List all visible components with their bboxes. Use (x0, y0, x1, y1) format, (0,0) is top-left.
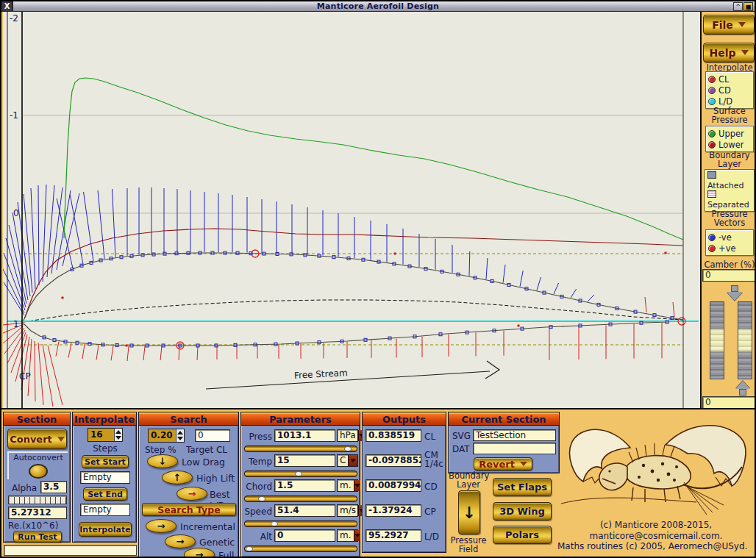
start-section-field[interactable]: Empty (80, 471, 130, 484)
file-menu-button[interactable]: File (703, 15, 755, 35)
search-type-header: Search Type (142, 503, 236, 516)
set-start-label: Set Start (85, 457, 126, 467)
positive-label: +ve (718, 243, 736, 254)
steps-spinner-arrows[interactable] (114, 429, 122, 441)
up-arrow-icon: ↑ (174, 472, 182, 483)
thickness-increase-arrow-icon[interactable] (735, 381, 750, 396)
legend-item-attached[interactable]: Attached (707, 171, 752, 190)
legend-item-positive[interactable]: +ve (708, 243, 751, 254)
dat-name-input[interactable] (473, 443, 556, 454)
incremental-button[interactable]: → (146, 519, 176, 533)
wing-3d-button[interactable]: 3D Wing (493, 502, 552, 521)
thickness-input[interactable]: 0 (702, 396, 755, 409)
chord-slider-thumb[interactable] (258, 496, 265, 501)
polars-button[interactable]: Polars (493, 526, 552, 544)
run-test-button[interactable]: Run Test (13, 531, 62, 543)
best-ld-button[interactable]: → (176, 487, 207, 501)
convert-label: Convert (10, 434, 52, 445)
alt-input[interactable]: 0 (274, 529, 335, 542)
legend-item-cd[interactable]: CD (708, 85, 751, 96)
revert-dropdown[interactable]: Revert (474, 457, 532, 471)
upper-marker-icon (708, 130, 716, 137)
file-menu-label: File (712, 19, 733, 31)
full-button[interactable]: → (184, 548, 215, 558)
incremental-label: Incremental (180, 521, 235, 532)
alpha-label: Alpha (12, 483, 37, 493)
set-flaps-button[interactable]: Set Flaps (493, 478, 552, 496)
legend-item-lower[interactable]: Lower (708, 139, 751, 150)
alpha-slider[interactable] (8, 496, 67, 504)
step-percent-spinner[interactable]: 0.20 (148, 429, 185, 443)
alt-slider[interactable] (244, 546, 357, 552)
target-cl-input[interactable]: 0 (195, 429, 230, 442)
temp-slider[interactable] (244, 471, 357, 477)
polars-label: Polars (505, 529, 539, 540)
genetic-button[interactable]: → (165, 534, 196, 548)
low-drag-label: Low Drag (182, 457, 225, 468)
outputs-panel-title: Outputs (363, 412, 446, 426)
alt-unit-dropdown-icon[interactable] (354, 530, 360, 541)
press-slider[interactable] (244, 446, 357, 452)
steps-down-icon[interactable] (115, 436, 121, 440)
alt-unit-value: m. (338, 530, 354, 541)
set-end-button[interactable]: Set End (83, 487, 127, 501)
pressure-field-toggle-button[interactable]: ↓ (458, 490, 480, 534)
chord-unit-select[interactable]: m. (337, 479, 358, 492)
chord-unit-dropdown-icon[interactable] (354, 480, 360, 491)
temp-unit-select[interactable]: C (337, 454, 358, 467)
alt-slider-thumb[interactable] (246, 546, 253, 551)
speed-unit-select[interactable]: m/s (337, 504, 358, 517)
convert-dropdown[interactable]: Convert (7, 429, 67, 449)
camber-input[interactable]: 0 (702, 269, 755, 282)
press-slider-thumb[interactable] (344, 446, 352, 451)
control-deck: Section Convert Autoconvert Alpha 3.5 5.… (1, 408, 756, 558)
cm-output: -0.0978852 (365, 454, 421, 467)
camber-decrease-arrow-icon[interactable] (727, 285, 743, 301)
step-spinner-arrows[interactable] (176, 429, 184, 442)
attached-label: Attached (707, 181, 752, 190)
alt-unit-select[interactable]: m. (337, 529, 358, 542)
high-lift-button[interactable]: ↑ (162, 471, 193, 484)
steps-up-icon[interactable] (115, 430, 121, 434)
interpolate-button[interactable]: Interpolate (79, 522, 132, 537)
legend-item-cl[interactable]: CL (708, 74, 751, 85)
svg-name-input[interactable]: TestSection (473, 429, 556, 441)
chord-slider[interactable] (244, 496, 357, 502)
temp-slider-thumb[interactable] (295, 471, 302, 476)
step-down-icon[interactable] (177, 437, 183, 440)
credits-text: (c) Manticore 2008-2015, manticore@cosmi… (557, 520, 755, 552)
shade-button[interactable]: ^ (733, 2, 743, 11)
temp-input[interactable]: 15 (274, 454, 335, 467)
legend-item-upper[interactable]: Upper (708, 128, 751, 139)
search-panel: Search 0.20 Step % 0 Target CL ↓ Low Dra… (138, 412, 239, 558)
legend-item-ld[interactable]: L/D (708, 96, 751, 107)
reynolds-input[interactable]: 5.27312 (8, 507, 67, 519)
full-label: Full (218, 550, 234, 558)
right-arrow-icon: → (176, 536, 185, 547)
press-input[interactable]: 1013.1 (274, 429, 335, 442)
autoconvert-toggle[interactable] (29, 464, 48, 479)
press-unit-select[interactable]: hPa (337, 429, 358, 442)
speed-slider-thumb[interactable] (271, 521, 278, 526)
step-up-icon[interactable] (177, 431, 183, 434)
chord-input[interactable]: 1.5 (274, 479, 335, 492)
set-start-button[interactable]: Set Start (82, 455, 129, 468)
dat-label: DAT (452, 444, 470, 454)
credits-line2: manticore@cosmicemail.com. (557, 531, 755, 542)
thickness-slider[interactable] (738, 301, 752, 379)
legend-item-separated[interactable]: Separated (707, 190, 752, 210)
alpha-input[interactable]: 3.5 (40, 481, 67, 493)
end-section-field[interactable]: Empty (80, 504, 130, 516)
temp-unit-dropdown-icon[interactable] (348, 455, 357, 466)
axis-tick-minus2: -2 (10, 13, 18, 24)
low-drag-button[interactable]: ↓ (147, 454, 178, 468)
bl-toggle-top-label: Boundary Layer (449, 471, 488, 489)
maximize-button[interactable]: ■ (743, 2, 753, 11)
camber-slider[interactable] (710, 301, 724, 379)
alt-label: Alt (241, 532, 272, 542)
speed-input[interactable]: 51.4 (274, 504, 335, 517)
steps-spinner[interactable]: 16 (88, 428, 123, 442)
speed-slider[interactable] (244, 521, 357, 527)
legend-item-negative[interactable]: -ve (708, 232, 751, 243)
help-menu-button[interactable]: Help (703, 43, 755, 62)
